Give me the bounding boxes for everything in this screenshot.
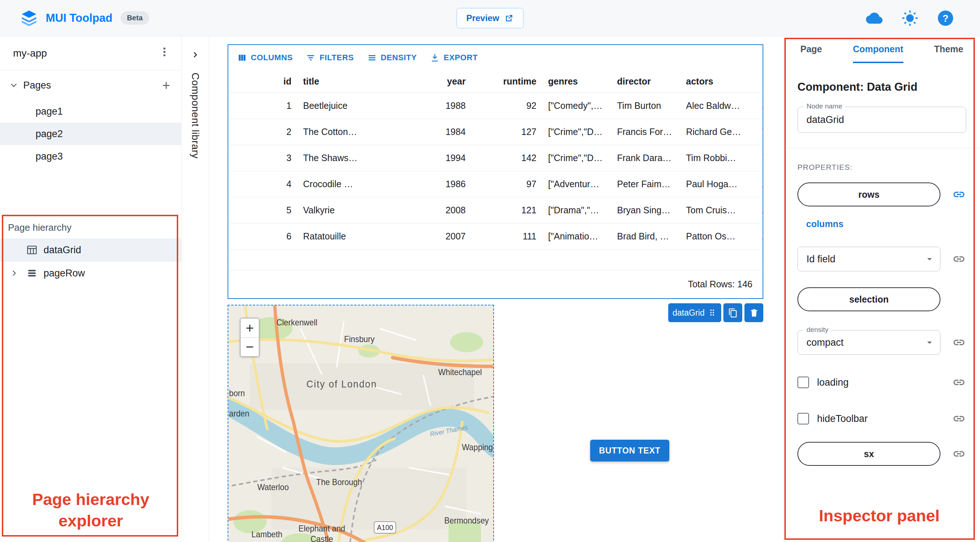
column-header-plot[interactable]: plot	[756, 76, 763, 87]
loading-checkbox[interactable]	[797, 377, 809, 388]
idfield-bind-button[interactable]	[952, 252, 966, 266]
annotation-label-inspector: Inspector panel	[784, 507, 975, 525]
expand-library-icon[interactable]	[190, 49, 201, 62]
chevron-right-icon	[9, 268, 20, 279]
zoom-in-button[interactable]: +	[241, 318, 259, 337]
cell-actors: Tom Cruis…	[680, 205, 756, 216]
duplicate-node-button[interactable]	[723, 303, 742, 322]
hidetoolbar-label: hideToolbar	[817, 413, 868, 424]
datagrid-component[interactable]: COLUMNS FILTERS DENSITY EXPORT	[228, 44, 763, 299]
table-row[interactable]: 2 The Cotton… 1984 127 ["Crime","D… Fran…	[228, 119, 763, 145]
sx-property-row: sx	[797, 442, 966, 466]
columns-button[interactable]: COLUMNS	[231, 49, 298, 67]
node-name-field[interactable]: Node name dataGrid	[797, 106, 966, 133]
idfield-property-row: Id field	[797, 247, 966, 271]
cell-actors: Tim Robbi…	[680, 153, 756, 163]
tab-page[interactable]: Page	[800, 36, 822, 63]
density-bind-button[interactable]	[952, 335, 966, 350]
rows-bind-button[interactable]	[952, 187, 966, 202]
cell-year: 1988	[406, 100, 471, 111]
density-select[interactable]: density compact	[797, 330, 940, 355]
cell-plot: Two…	[756, 153, 763, 163]
toolpad-logo-icon	[20, 10, 38, 27]
page-item-label: page3	[35, 151, 63, 162]
cell-plot: A dr…	[756, 205, 763, 216]
column-header-genres[interactable]: genres	[542, 76, 611, 87]
hidetoolbar-property-row: hideToolbar	[797, 412, 966, 426]
cell-id: 3	[228, 153, 297, 163]
sidebar-item-page2[interactable]: page2	[0, 122, 181, 145]
main-layout: my-app Pages + page1 page2 page3 Page hi…	[0, 36, 980, 542]
table-row[interactable]: 4 Crocodile … 1986 97 ["Adventur… Peter …	[228, 171, 763, 197]
zoom-out-button[interactable]: −	[241, 337, 259, 356]
sidebar-item-page1[interactable]: page1	[0, 100, 181, 122]
cell-genres: ["Crime","D…	[542, 153, 611, 163]
map-label-holborn: born	[229, 388, 245, 398]
map-label-elephant-line1: Elephant and	[298, 523, 345, 533]
column-header-runtime[interactable]: runtime	[471, 76, 542, 87]
sidebar-item-page3[interactable]: page3	[0, 145, 181, 168]
cell-id: 6	[228, 231, 297, 242]
columns-property-button[interactable]: columns	[806, 219, 843, 229]
cell-title: The Shaws…	[297, 153, 406, 163]
table-row[interactable]: 1 Beetlejuice 1988 92 ["Comedy",… Tim Bu…	[228, 93, 763, 119]
sx-bind-button[interactable]	[952, 447, 966, 461]
map-component[interactable]: A100 Clerkenwell Finsbury Whitechapel Ci…	[228, 305, 494, 542]
road-badge-a100: A100	[377, 523, 393, 532]
annotation-label-page-hierarchy: Page hierarchy explorer	[13, 489, 169, 531]
help-icon[interactable]: ?	[937, 10, 954, 27]
table-row[interactable]: 6 Ratatouille 2007 111 ["Animatio… Brad …	[228, 224, 763, 250]
table-row[interactable]: 3 The Shaws… 1994 142 ["Crime","D… Frank…	[228, 145, 763, 171]
column-header-title[interactable]: title	[297, 76, 406, 87]
pagerow-icon	[26, 267, 38, 279]
add-page-button[interactable]: +	[162, 78, 170, 92]
pages-section-header[interactable]: Pages +	[0, 70, 181, 100]
tab-component[interactable]: Component	[853, 36, 904, 63]
hidetoolbar-bind-button[interactable]	[952, 412, 966, 426]
loading-bind-button[interactable]	[952, 375, 966, 389]
table-row[interactable]: 5 Valkyrie 2008 121 ["Drama","… Bryan Si…	[228, 197, 763, 224]
selected-node-chip[interactable]: dataGrid	[668, 303, 721, 322]
drag-handle-icon[interactable]	[707, 308, 717, 318]
density-button[interactable]: DENSITY	[361, 49, 423, 67]
column-header-director[interactable]: director	[611, 76, 680, 87]
page-hierarchy-header: Page hierarchy	[0, 218, 181, 238]
cell-year: 2008	[406, 205, 471, 216]
chevron-slot[interactable]	[8, 268, 20, 279]
project-menu-icon[interactable]	[159, 46, 170, 60]
tree-item-pagerow[interactable]: pageRow	[0, 262, 181, 285]
page-item-label: page1	[35, 106, 63, 117]
map-label-garden: arden	[229, 409, 249, 419]
brightness-icon[interactable]	[902, 10, 918, 27]
button-component[interactable]: BUTTON TEXT	[590, 440, 669, 461]
component-library-strip[interactable]: Component library	[181, 36, 209, 542]
sx-property-button[interactable]: sx	[797, 442, 940, 466]
filters-button[interactable]: FILTERS	[300, 49, 360, 67]
inspector-divider	[784, 148, 980, 148]
toolpad-app: MUI Toolpad Beta Preview ? my-app Pages	[0, 0, 980, 542]
map-zoom-control: + −	[240, 318, 259, 357]
app-bar: MUI Toolpad Beta Preview ?	[0, 0, 980, 36]
cell-director: Frank Dara…	[611, 153, 680, 163]
link-icon	[952, 447, 966, 460]
id-field-select[interactable]: Id field	[797, 247, 940, 271]
tab-theme[interactable]: Theme	[934, 36, 963, 63]
tree-item-datagrid[interactable]: dataGrid	[0, 238, 181, 262]
delete-node-button[interactable]	[745, 303, 763, 322]
cell-actors: Alec Baldw…	[680, 100, 756, 111]
app-bar-left: MUI Toolpad Beta	[0, 10, 149, 27]
preview-button[interactable]: Preview	[457, 8, 524, 28]
export-button[interactable]: EXPORT	[424, 49, 484, 67]
inspector-tabs: Page Component Theme	[784, 36, 980, 63]
hidetoolbar-checkbox[interactable]	[797, 413, 809, 424]
column-header-actors[interactable]: actors	[680, 76, 756, 87]
component-library-label: Component library	[189, 73, 201, 159]
map-label-wapping: Wapping	[462, 442, 493, 452]
selection-property-button[interactable]: selection	[797, 287, 940, 311]
rows-property-button[interactable]: rows	[797, 183, 940, 207]
cell-genres: ["Comedy",…	[542, 100, 611, 111]
cell-runtime: 111	[471, 231, 542, 242]
column-header-id[interactable]: id	[228, 76, 297, 87]
column-header-year[interactable]: year	[406, 76, 471, 87]
cloud-sync-icon[interactable]	[866, 10, 883, 27]
